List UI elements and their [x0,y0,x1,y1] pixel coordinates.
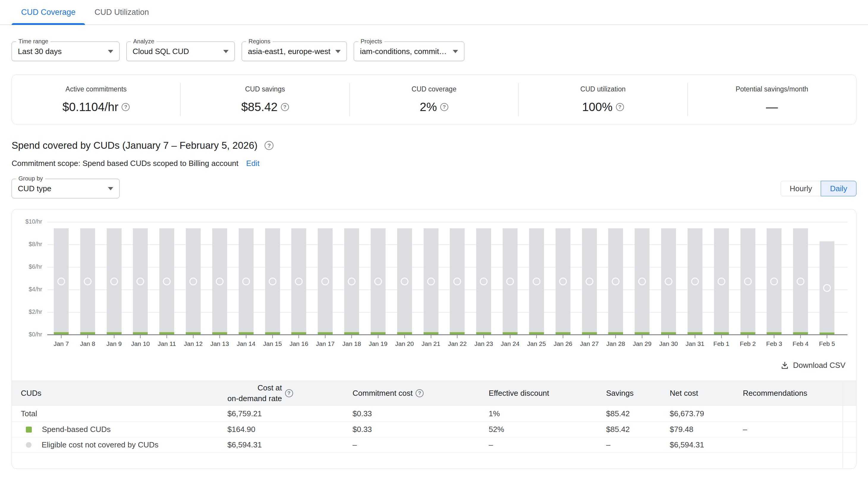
hourly-button[interactable]: Hourly [781,181,821,196]
help-icon[interactable]: ? [440,103,448,111]
analyze-select[interactable]: Analyze Cloud SQL CUD [126,41,235,61]
chart-bar[interactable] [107,228,122,335]
bar-segment-uncovered [688,228,703,332]
table-cell-savings: – [606,440,670,449]
download-csv-button[interactable]: Download CSV [780,361,845,370]
bar-segment-uncovered [133,228,148,332]
chart-bar[interactable] [371,228,385,335]
chart-bar[interactable] [424,228,438,335]
x-axis-tick [193,335,193,338]
x-axis-tick [272,335,273,338]
help-icon[interactable]: ? [285,389,293,397]
chart-bar[interactable] [159,228,174,335]
bar-segment-uncovered [767,228,781,332]
row-label: Spend-based CUDs [42,425,111,434]
table-cell-savings: $85.42 [606,425,670,434]
bar-segment-uncovered [54,228,69,332]
regions-select[interactable]: Regions asia-east1, europe-west… [242,41,347,61]
chart-bar[interactable] [344,228,359,335]
help-icon[interactable]: ? [265,141,274,150]
table-cell-cost: $6,759.21 [227,409,352,418]
bar-segment-uncovered [582,228,597,332]
x-axis-tick [457,335,458,338]
x-axis-tick [404,335,405,338]
chart-bar[interactable] [318,228,333,335]
x-axis-tick [325,335,326,338]
chart-bar[interactable] [80,228,95,335]
y-axis-tick-label: $8/hr [12,241,42,248]
group-by-select[interactable]: Group by CUD type [11,179,120,198]
help-icon[interactable]: ? [415,389,424,397]
filter-row: Time range Last 30 days Analyze Cloud SQ… [11,41,857,61]
x-axis-tick [800,335,801,338]
table-cell-net: $6,673.79 [670,409,743,418]
chart-bar[interactable] [291,228,306,335]
column-header-commitment-cost: Commitment cost ? [352,389,489,398]
edit-scope-link[interactable]: Edit [246,159,259,168]
stat-label: Active commitments [12,85,180,93]
x-axis-tick [246,335,246,338]
chart-bar[interactable] [133,228,148,335]
column-header-cost-at-on-demand-rate: Cost at on-demand rate ? [227,383,352,404]
help-icon[interactable]: ? [616,103,624,111]
chart-bar[interactable] [397,228,412,335]
bar-segment-uncovered [503,228,518,332]
chart-bar[interactable] [819,241,834,335]
bar-segment-uncovered [186,228,200,332]
chart-bar[interactable] [212,228,227,335]
chart-bar[interactable] [582,228,597,335]
x-axis-tick [351,335,352,338]
bar-segment-uncovered [344,228,359,332]
chart-bar[interactable] [661,228,676,335]
chart-bar[interactable] [450,228,465,335]
chart-bar[interactable] [239,228,254,335]
chart-bar[interactable] [556,228,570,335]
bar-segment-uncovered [424,228,438,332]
help-icon[interactable]: ? [122,103,130,111]
table-cell-cuds: Eligible cost not covered by CUDs [12,440,227,449]
projects-select[interactable]: Projects iam-conditions, commit… [354,41,464,61]
chart-bar[interactable] [476,228,491,335]
chart-bar[interactable] [608,228,623,335]
bar-segment-uncovered [265,228,280,332]
x-axis-tick [827,335,827,338]
chart-bar[interactable] [54,228,69,335]
bar-segment-uncovered [634,228,650,332]
tab-cud-utilization[interactable]: CUD Utilization [85,0,158,24]
stat-value: 100% [582,100,612,114]
x-axis-tick [563,335,563,338]
chart-bar[interactable] [265,228,280,335]
chart-bar[interactable] [529,228,544,335]
projects-value: iam-conditions, commit… [360,47,447,56]
bar-segment-uncovered [741,228,755,332]
table-row: Spend-based CUDs$164.90$0.3352%$85.42$79… [12,422,856,437]
chart-bar[interactable] [634,228,650,335]
chart-bar[interactable] [503,228,518,335]
daily-button[interactable]: Daily [821,181,857,196]
stat-value: $0.1104/hr [62,100,118,114]
chart-bar[interactable] [186,228,200,335]
x-axis-tick [299,335,299,338]
chart-bar[interactable] [741,228,755,335]
stat-label: Potential savings/month [688,85,856,93]
stat-value: $85.42 [241,100,277,114]
chart-bar[interactable] [767,228,781,335]
stat-label: CUD utilization [519,85,687,93]
table-cell-cuds: Spend-based CUDs [12,425,227,434]
cud-table: CUDs Cost at on-demand rate ? Commitment… [12,381,856,453]
chevron-down-icon [108,50,113,53]
chart-bar[interactable] [714,228,729,335]
column-header-label: Commitment cost [352,389,412,398]
chart-bar[interactable] [688,228,703,335]
column-header-line: on-demand rate [227,394,282,403]
chart-bar[interactable] [793,228,808,335]
stat-value: 2% [420,100,437,114]
x-axis-tick [219,335,220,338]
help-icon[interactable]: ? [281,103,289,111]
stat-value: — [766,100,778,114]
bar-segment-uncovered [107,228,122,332]
time-range-select[interactable]: Time range Last 30 days [11,41,120,61]
bar-segment-uncovered [239,228,254,332]
tab-cud-coverage[interactable]: CUD Coverage [11,0,85,24]
x-axis-tick [61,335,62,338]
